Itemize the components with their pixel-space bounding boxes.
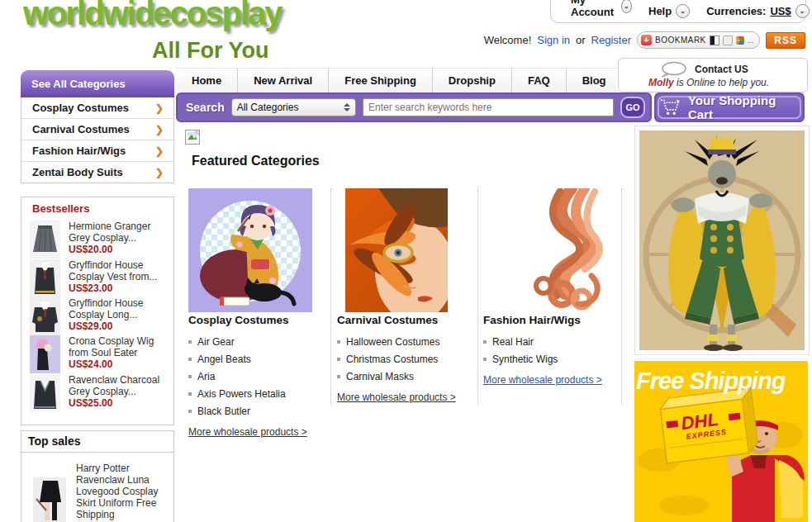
register-link[interactable]: Register [591, 34, 631, 46]
site-logo[interactable]: worldwidecosplay [23, 0, 282, 32]
carnival-costumes-image[interactable] [345, 188, 448, 312]
subcategory-link[interactable]: Air Gear [188, 333, 327, 350]
category-select-value: All Categories [237, 102, 344, 113]
delicious-icon[interactable] [710, 36, 719, 45]
more-wholesale-link[interactable]: More wholesale products > [188, 426, 307, 438]
see-all-categories-header[interactable]: See All Categories [21, 70, 174, 97]
search-input[interactable] [363, 98, 614, 116]
product-thumbnail-vest [30, 259, 60, 297]
contact-box[interactable]: Contact US Molly is Online to help you. [618, 58, 808, 93]
subcategory-link[interactable]: Synthetic Wigs [483, 350, 620, 368]
product-thumbnail-black-skirt [33, 477, 66, 522]
chevron-right-icon: ❯ [155, 124, 164, 135]
currencies-menu[interactable]: Currencies: US$ ⌄ [698, 4, 812, 18]
more-wholesale-link[interactable]: More wholesale products > [483, 374, 602, 386]
search-label: Search [186, 101, 225, 114]
bestseller-item[interactable]: Gryffindor House Cosplay Vest from... US… [30, 259, 167, 297]
subcategory-link[interactable]: Real Hair [483, 333, 620, 350]
subcategory-label: Halloween Costumes [346, 336, 439, 348]
msn-icon[interactable] [736, 36, 744, 45]
currencies-label: Currencies: [706, 5, 766, 17]
chevron-down-icon: ⌄ [621, 0, 632, 13]
subcategory-link[interactable]: Axis Powers Hetalia [188, 385, 327, 402]
featured-column-carnival: Carnival Costumes Halloween Costumes Chr… [337, 314, 472, 404]
column-title[interactable]: Fashion Hair/Wigs [483, 314, 620, 326]
sidebar-item-cosplay-costumes[interactable]: Cosplay Costumes ❯ [21, 97, 173, 119]
more-wholesale-link[interactable]: More wholesale products > [337, 392, 456, 403]
rss-button[interactable]: RSS [766, 32, 805, 49]
my-account-menu[interactable]: My Account ⌄ [563, 0, 640, 18]
subcategory-label: Air Gear [197, 336, 235, 348]
subcategory-link[interactable]: Halloween Costumes [337, 333, 472, 350]
cart-icon [659, 98, 681, 116]
bullet-icon [337, 340, 340, 344]
subcategory-link[interactable]: Christmas Costumes [337, 350, 472, 368]
column-separator [477, 188, 478, 405]
sign-in-link[interactable]: Sign in [537, 34, 570, 46]
welcome-row: Welcome! Sign in or Register + BOOKMARK … [484, 31, 805, 49]
category-label: Zentai Body Suits [32, 166, 155, 178]
featured-column-hair: Fashion Hair/Wigs Real Hair Synthetic Wi… [483, 314, 620, 387]
free-shipping-banner[interactable]: DHL EXPRESS Free Shipping [634, 361, 808, 522]
nav-faq[interactable]: FAQ [512, 69, 567, 93]
product-price: US$23.00 [69, 282, 167, 294]
nav-new-arrival[interactable]: New Arrival [238, 69, 329, 93]
top-sales-title: Top sales [21, 431, 173, 453]
nav-free-shipping[interactable]: Free Shipping [329, 69, 433, 93]
subcategory-link[interactable]: Angel Beats [188, 350, 327, 368]
featured-column-cosplay: Cosplay Costumes Air Gear Angel Beats Ar… [188, 314, 327, 439]
anime-character-banner[interactable] [634, 126, 810, 355]
bullet-icon [483, 340, 487, 344]
subcategory-link[interactable]: Carnival Masks [337, 368, 472, 385]
category-list: Cosplay Costumes ❯ Carnival Costumes ❯ F… [21, 97, 174, 183]
broken-image-icon [185, 130, 200, 145]
share-icon[interactable] [723, 36, 733, 45]
sidebar-item-fashion-hair-wigs[interactable]: Fashion Hair/Wigs ❯ [21, 140, 173, 162]
help-menu[interactable]: Help ⌄ [640, 4, 698, 18]
bestseller-item[interactable]: Ravenclaw Charcoal Grey Cosplay... US$25… [30, 374, 167, 412]
subcategory-label: Synthetic Wigs [492, 354, 558, 365]
help-label: Help [648, 5, 672, 17]
top-sales-item[interactable]: Harry Potter Ravenclaw Luna Lovegood Cos… [33, 459, 165, 522]
more-bookmarks[interactable]: ... [748, 36, 754, 45]
subcategory-link[interactable]: Aria [188, 368, 327, 385]
column-title[interactable]: Cosplay Costumes [188, 314, 327, 326]
top-sales-panel: Top sales Harry Potter Ravenclaw Luna Lo… [21, 430, 174, 522]
bookmark-widget[interactable]: + BOOKMARK ... [637, 31, 760, 49]
my-account-label: My Account [571, 0, 617, 18]
bestseller-item[interactable]: Crona Cosplay Wig from Soul Eater US$24.… [30, 335, 167, 373]
agent-name: Molly [648, 77, 674, 88]
cosplay-costumes-image[interactable] [188, 188, 312, 312]
free-shipping-text: Free Shipping [636, 368, 806, 395]
nav-blog[interactable]: Blog [567, 69, 623, 93]
product-thumbnail-wig-character [30, 335, 60, 373]
fashion-hair-wigs-image[interactable] [502, 188, 608, 312]
bestseller-item[interactable]: Hermione Granger Grey Cosplay... US$20.0… [30, 221, 167, 259]
currency-value[interactable]: US$ [770, 5, 791, 17]
cart-area: Your Shopping Cart [654, 93, 805, 122]
product-name: Gryffindor House Cosplay Long... [69, 297, 167, 320]
product-name: Gryffindor House Cosplay Vest from... [69, 259, 167, 282]
subcategory-label: Axis Powers Hetalia [197, 388, 286, 400]
product-name: Ravenclaw Charcoal Grey Cosplay... [69, 374, 167, 397]
product-price: US$24.00 [69, 358, 167, 370]
bestseller-item[interactable]: Gryffindor House Cosplay Long... US$29.0… [30, 297, 167, 335]
bullet-icon [188, 375, 192, 378]
category-label: Carnival Costumes [32, 123, 155, 135]
chevron-right-icon: ❯ [155, 102, 164, 114]
product-thumbnail-skirt [30, 221, 60, 259]
bullet-icon [337, 375, 340, 378]
column-title[interactable]: Carnival Costumes [337, 314, 472, 326]
contact-status: Molly is Online to help you. [648, 77, 769, 88]
contact-title: Contact US [695, 64, 748, 75]
sidebar-item-zentai-body-suits[interactable]: Zentai Body Suits ❯ [21, 162, 173, 183]
search-go-button[interactable]: GO [620, 97, 645, 118]
category-select[interactable]: All Categories [231, 98, 356, 116]
product-name: Harry Potter Ravenclaw Luna Lovegood Cos… [76, 463, 165, 520]
shopping-cart-button[interactable]: Your Shopping Cart [658, 96, 801, 119]
nav-home[interactable]: Home [176, 69, 238, 93]
sidebar-item-carnival-costumes[interactable]: Carnival Costumes ❯ [21, 119, 173, 140]
product-name: Hermione Granger Grey Cosplay... [69, 221, 167, 244]
nav-dropship[interactable]: Dropship [433, 69, 512, 93]
subcategory-link[interactable]: Black Butler [188, 402, 327, 420]
